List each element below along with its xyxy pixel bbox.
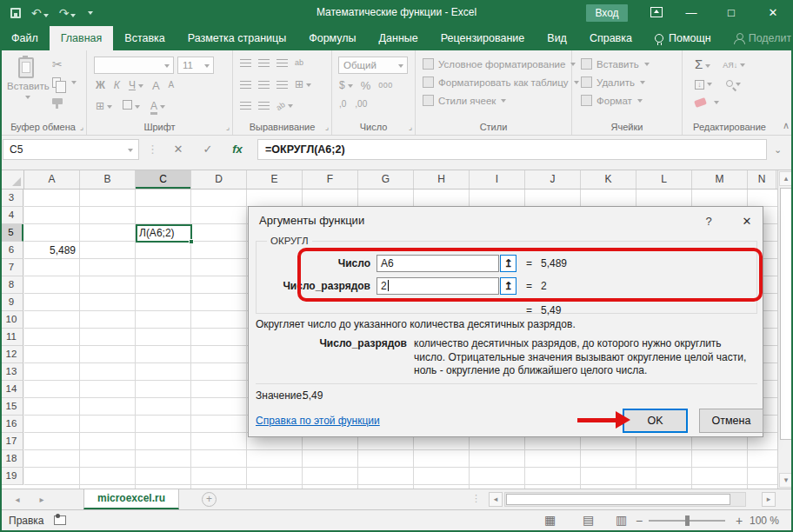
row-header-2[interactable]: 5: [0, 224, 23, 242]
column-header-10[interactable]: K: [581, 170, 636, 189]
hscroll-left-icon[interactable]: ◂: [489, 492, 503, 507]
row-header-15[interactable]: 18: [0, 450, 23, 468]
name-box[interactable]: C5: [3, 139, 139, 160]
column-header-1[interactable]: B: [80, 170, 136, 189]
paste-button[interactable]: Вставить: [7, 57, 45, 102]
find-select-button[interactable]: [726, 77, 741, 90]
increase-indent-icon[interactable]: [258, 102, 270, 110]
zoom-slider-thumb[interactable]: [685, 515, 690, 526]
collapse-ribbon-icon[interactable]: ∧: [783, 120, 790, 131]
tab-file[interactable]: Файл: [0, 26, 50, 50]
increase-decimal-icon[interactable]: ,0: [339, 100, 346, 109]
zoom-level[interactable]: 100 %: [750, 515, 779, 527]
decrease-indent-icon[interactable]: [240, 102, 251, 110]
align-middle-icon[interactable]: [258, 59, 270, 67]
close-button[interactable]: ✕: [758, 0, 788, 26]
expand-formula-bar-icon[interactable]: ⌄: [774, 144, 782, 156]
styles-item-1[interactable]: Форматировать как таблицу: [423, 73, 579, 91]
row-header-0[interactable]: 3: [0, 190, 23, 207]
zoom-in-icon[interactable]: +: [736, 514, 743, 528]
sheet-nav-right-icon[interactable]: ▸: [33, 489, 50, 509]
arg2-collapse-icon[interactable]: ↥: [500, 277, 516, 295]
column-header-13[interactable]: N: [748, 170, 776, 189]
dialog-close-icon[interactable]: ✕: [736, 212, 758, 229]
underline-button[interactable]: Ч: [129, 79, 143, 91]
horizontal-scrollbar[interactable]: [504, 492, 746, 507]
cells-item-2[interactable]: Формат: [581, 91, 650, 110]
italic-icon[interactable]: К: [114, 80, 120, 90]
normal-view-icon[interactable]: ▦: [543, 514, 557, 527]
column-header-5[interactable]: F: [303, 170, 358, 189]
grow-font-icon[interactable]: А: [152, 80, 160, 91]
horizontal-scrollbar-thumb[interactable]: [506, 494, 730, 505]
font-name-combo[interactable]: [94, 57, 174, 74]
row-header-1[interactable]: 4: [0, 207, 23, 224]
column-header-9[interactable]: J: [525, 170, 581, 189]
row-header-6[interactable]: 9: [0, 294, 23, 311]
borders-button[interactable]: ⊞: [96, 100, 112, 112]
page-layout-view-icon[interactable]: ▤: [581, 514, 596, 527]
merge-center-button[interactable]: ⊞: [295, 78, 311, 90]
enter-entry-icon[interactable]: ✓: [197, 141, 219, 158]
tab-view[interactable]: Вид: [536, 26, 578, 50]
row-header-3[interactable]: 6: [0, 242, 23, 259]
row-header-12[interactable]: 15: [0, 398, 23, 416]
decrease-decimal-icon[interactable]: ,00: [355, 100, 367, 109]
number-format-combo[interactable]: Общий: [338, 57, 408, 74]
number-dialog-launcher-icon[interactable]: ⌟: [409, 123, 412, 131]
sheet-tab-microexcel[interactable]: microexcel.ru: [83, 489, 179, 509]
orientation-button[interactable]: ab: [277, 99, 293, 111]
row-header-10[interactable]: 13: [0, 363, 23, 381]
clear-eraser-icon[interactable]: [694, 97, 707, 108]
ok-button[interactable]: OK: [623, 409, 688, 433]
cancel-entry-icon[interactable]: ✕: [167, 141, 190, 158]
column-header-0[interactable]: A: [24, 170, 80, 189]
tab-home[interactable]: Главная: [50, 26, 114, 50]
row-header-7[interactable]: 10: [0, 311, 23, 329]
tab-data[interactable]: Данные: [368, 26, 430, 50]
column-header-2[interactable]: C: [136, 170, 191, 189]
cells-item-0[interactable]: Вставить: [581, 55, 650, 73]
maximize-button[interactable]: □: [716, 0, 746, 26]
column-header-8[interactable]: I: [470, 170, 525, 189]
align-center-icon[interactable]: [258, 81, 270, 89]
column-header-3[interactable]: D: [191, 170, 247, 189]
column-header-7[interactable]: H: [414, 170, 470, 189]
tab-formulas[interactable]: Формулы: [297, 26, 367, 50]
cell-a6[interactable]: 5,489: [24, 242, 80, 259]
page-break-view-icon[interactable]: ▥: [614, 514, 629, 527]
column-header-11[interactable]: L: [636, 170, 692, 189]
align-bottom-icon[interactable]: [277, 59, 288, 67]
wrap-text-icon[interactable]: ab: [295, 59, 303, 67]
tab-help[interactable]: Справка: [578, 26, 643, 50]
arg1-input[interactable]: A6: [377, 255, 499, 272]
bold-icon[interactable]: Ж: [96, 80, 105, 90]
align-right-icon[interactable]: [277, 81, 288, 89]
vertical-scrollbar-thumb[interactable]: [780, 188, 792, 440]
sign-in-button[interactable]: Вход: [586, 4, 628, 22]
new-sheet-icon[interactable]: +: [202, 492, 217, 507]
alignment-dialog-launcher-icon[interactable]: ⌟: [325, 123, 329, 131]
arg2-input[interactable]: 2: [377, 277, 499, 295]
row-header-9[interactable]: 12: [0, 346, 23, 363]
sheet-nav-left-icon[interactable]: ◂: [9, 489, 26, 509]
arg1-collapse-icon[interactable]: ↥: [500, 255, 516, 272]
font-color-button[interactable]: А: [150, 100, 165, 112]
column-header-6[interactable]: G: [358, 170, 414, 189]
row-header-16[interactable]: 19: [0, 468, 23, 485]
select-all-corner[interactable]: [0, 170, 24, 190]
copy-icon[interactable]: [52, 77, 61, 88]
currency-button[interactable]: $: [339, 79, 353, 91]
font-dialog-launcher-icon[interactable]: ⌟: [226, 123, 230, 131]
tab-review[interactable]: Рецензирование: [430, 26, 536, 50]
cells-item-1[interactable]: Удалить: [581, 73, 650, 91]
minimize-button[interactable]: —: [676, 0, 706, 26]
row-header-13[interactable]: 16: [0, 416, 23, 433]
column-header-12[interactable]: M: [692, 170, 748, 189]
tab-share[interactable]: Поделиться: [723, 26, 793, 50]
sort-filter-button[interactable]: АЯ↓: [723, 58, 745, 70]
formula-input[interactable]: =ОКРУГЛ(A6;2): [257, 139, 767, 160]
row-header-11[interactable]: 14: [0, 381, 23, 398]
row-header-8[interactable]: 11: [0, 329, 23, 346]
cut-icon[interactable]: ✂: [52, 58, 63, 70]
